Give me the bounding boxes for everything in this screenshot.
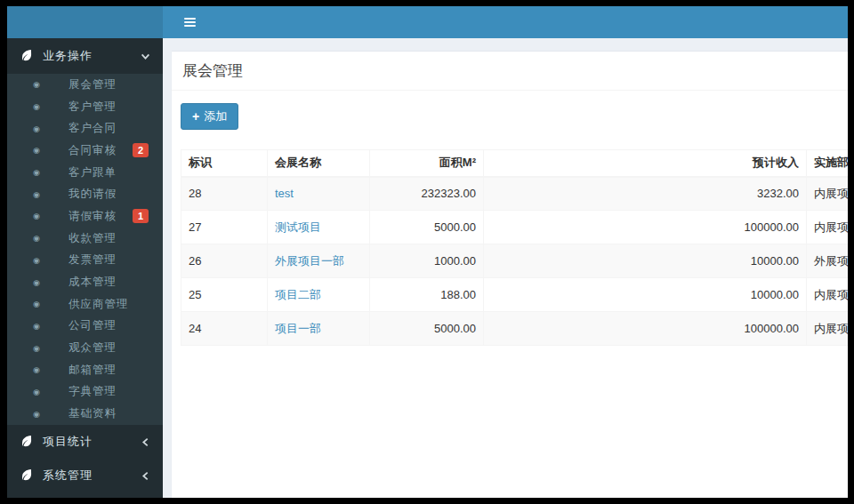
circle-dot-icon: ◉: [33, 80, 45, 89]
table-header-row: 标识 会展名称 面积M² 预计收入 实施部门: [181, 150, 849, 177]
cell-income: 10000.00: [484, 278, 807, 312]
sidebar-item-label: 成本管理: [68, 275, 117, 290]
circle-dot-icon: ◉: [33, 234, 45, 243]
column-header-dept: 实施部门: [807, 150, 849, 177]
cell-dept: 内展项目部: [807, 312, 849, 346]
cell-dept: 内展项目部: [807, 278, 849, 312]
sidebar-item-label: 发票管理: [68, 252, 117, 268]
sidebar-item-my-leave[interactable]: ◉我的请假: [7, 183, 163, 205]
circle-dot-icon: ◉: [33, 190, 45, 199]
cell-area: 5000.00: [370, 211, 484, 244]
circle-dot-icon: ◉: [33, 146, 45, 155]
cell-dept: 内展项目部: [807, 177, 849, 211]
sidebar-item-audience-mgmt[interactable]: ◉观众管理: [7, 337, 163, 359]
sidebar-item-basic-data[interactable]: ◉基础资料: [7, 403, 163, 425]
circle-dot-icon: ◉: [33, 256, 45, 265]
add-button[interactable]: + 添加: [181, 103, 238, 130]
exhibition-link[interactable]: 外展项目一部: [275, 254, 344, 268]
hamburger-bar: [184, 18, 196, 20]
column-header-name: 会展名称: [268, 150, 370, 177]
cell-name: test: [268, 177, 370, 211]
table-row: 25 项目二部 188.00 10000.00 内展项目部: [181, 278, 849, 312]
sidebar-item-label: 展会管理: [68, 77, 117, 92]
sidebar-section-label: 项目统计: [43, 434, 141, 450]
exhibition-link[interactable]: 项目二部: [275, 288, 321, 301]
cell-id: 25: [181, 278, 268, 312]
cell-dept: 外展项目部: [807, 244, 849, 278]
cell-area: 5000.00: [370, 312, 484, 346]
sidebar-item-label: 客户管理: [68, 100, 117, 115]
add-button-label: 添加: [204, 108, 227, 124]
cell-area: 188.00: [370, 278, 484, 312]
box-body: + 添加 标识 会展名称 面积M² 预计收入 实施部门: [172, 91, 848, 355]
sidebar-section-business-ops[interactable]: 业务操作: [7, 38, 163, 74]
sidebar-item-cost-mgmt[interactable]: ◉成本管理: [7, 271, 163, 293]
cell-id: 27: [181, 211, 268, 244]
app-window: 业务操作 ◉展会管理 ◉客户管理 ◉客户合同 ◉合同审核2 ◉客户跟单 ◉我的请…: [7, 6, 848, 498]
cell-income: 100000.00: [484, 312, 807, 346]
chevron-down-icon: [141, 52, 150, 61]
hamburger-bar: [184, 25, 196, 27]
sidebar-item-customer-mgmt[interactable]: ◉客户管理: [7, 96, 163, 118]
top-navbar: [7, 6, 848, 38]
chevron-left-icon: [141, 471, 150, 481]
sidebar-item-label: 我的请假: [68, 187, 117, 202]
column-header-area: 面积M²: [370, 150, 484, 177]
sidebar-submenu: ◉展会管理 ◉客户管理 ◉客户合同 ◉合同审核2 ◉客户跟单 ◉我的请假 ◉请假…: [7, 74, 163, 425]
column-header-id: 标识: [181, 150, 268, 177]
exhibition-box: 展会管理 + 添加 标识 会展名称 面积M²: [172, 51, 848, 498]
leaf-icon: [20, 49, 35, 63]
sidebar-section-label: 系统管理: [43, 468, 141, 484]
sidebar-item-customer-contract[interactable]: ◉客户合同: [7, 117, 163, 140]
cell-area: 232323.00: [370, 177, 484, 211]
exhibition-link[interactable]: 项目一部: [275, 322, 321, 335]
circle-dot-icon: ◉: [33, 410, 45, 419]
cell-income: 10000.00: [484, 244, 807, 278]
cell-name: 测试项目: [268, 211, 370, 244]
cell-id: 28: [181, 177, 268, 211]
chevron-left-icon: [141, 437, 150, 447]
exhibitions-table: 标识 会展名称 面积M² 预计收入 实施部门 28 test 232323.00: [181, 149, 848, 346]
sidebar-item-label: 基础资料: [68, 406, 117, 421]
leaf-icon: [20, 468, 35, 483]
sidebar-item-mailbox-mgmt[interactable]: ◉邮箱管理: [7, 359, 163, 381]
sidebar-item-label: 客户跟单: [68, 165, 117, 180]
cell-name: 外展项目一部: [268, 244, 370, 278]
sidebar-item-label: 字典管理: [68, 384, 117, 399]
circle-dot-icon: ◉: [33, 322, 45, 331]
circle-dot-icon: ◉: [33, 278, 45, 287]
box-header: 展会管理: [172, 52, 848, 91]
sidebar-item-dictionary-mgmt[interactable]: ◉字典管理: [7, 381, 163, 404]
sidebar-item-label: 观众管理: [68, 340, 117, 356]
sidebar-item-label: 客户合同: [68, 121, 117, 136]
table-row: 24 项目一部 5000.00 100000.00 内展项目部: [181, 312, 849, 346]
sidebar-section-project-stats[interactable]: 项目统计: [7, 425, 163, 459]
sidebar-item-leave-review[interactable]: ◉请假审核1: [7, 205, 163, 228]
cell-name: 项目一部: [268, 312, 370, 346]
sidebar-item-label: 邮箱管理: [68, 363, 117, 378]
sidebar-item-company-mgmt[interactable]: ◉公司管理: [7, 316, 163, 338]
sidebar-item-invoice-mgmt[interactable]: ◉发票管理: [7, 250, 163, 272]
logo-area[interactable]: [7, 6, 163, 38]
content-area: 展会管理 + 添加 标识 会展名称 面积M²: [163, 38, 848, 498]
cell-name: 项目二部: [268, 278, 370, 312]
circle-dot-icon: ◉: [33, 300, 45, 308]
cell-income: 100000.00: [484, 211, 807, 244]
exhibition-link[interactable]: 测试项目: [275, 220, 321, 234]
notification-badge: 1: [133, 209, 149, 223]
sidebar-item-supplier-mgmt[interactable]: ◉供应商管理: [7, 293, 163, 316]
sidebar-item-exhibition-mgmt[interactable]: ◉展会管理: [7, 74, 163, 96]
sidebar-item-label: 供应商管理: [68, 297, 129, 312]
table-row: 28 test 232323.00 3232.00 内展项目部: [181, 177, 849, 211]
sidebar-section-system-mgmt[interactable]: 系统管理: [7, 459, 163, 492]
sidebar-item-label: 请假审核: [68, 209, 117, 224]
sidebar-item-payment-mgmt[interactable]: ◉收款管理: [7, 228, 163, 250]
cell-income: 3232.00: [484, 177, 807, 211]
sidebar-section-label: 业务操作: [43, 48, 141, 64]
sidebar-item-contract-review[interactable]: ◉合同审核2: [7, 140, 163, 162]
exhibition-link[interactable]: test: [275, 187, 294, 200]
hamburger-icon[interactable]: [174, 6, 205, 38]
plus-icon: +: [192, 111, 199, 123]
sidebar-item-customer-followup[interactable]: ◉客户跟单: [7, 162, 163, 184]
sidebar: 业务操作 ◉展会管理 ◉客户管理 ◉客户合同 ◉合同审核2 ◉客户跟单 ◉我的请…: [7, 38, 163, 498]
